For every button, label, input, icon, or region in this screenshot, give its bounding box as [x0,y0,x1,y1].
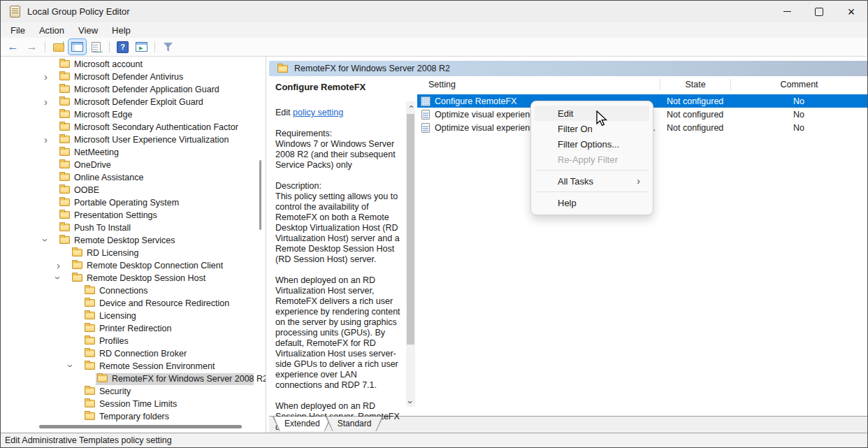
tree-node[interactable]: Connections [83,285,152,297]
menu-bar-item[interactable]: File [3,24,32,37]
tree-item[interactable]: Push To Install [1,222,266,234]
tree-chevron-icon[interactable] [44,71,58,82]
column-header-comment[interactable]: Comment [730,79,867,90]
tree-item[interactable]: Microsoft Defender Antivirus [1,71,266,83]
help-icon[interactable] [114,39,131,55]
tree-item[interactable]: Microsoft Edge [1,108,266,121]
scroll-down-icon[interactable] [406,397,415,407]
tree-item[interactable]: Security [1,385,266,398]
tree-item[interactable]: Temporary folders [1,410,266,423]
policy-setting-link[interactable]: policy setting [293,108,343,117]
tree-node[interactable]: RD Licensing [71,247,142,259]
context-menu-item[interactable]: Filter On [535,121,649,136]
tree-item[interactable]: Session Time Limits [1,398,266,410]
tree-node[interactable]: RD Connection Broker [83,348,190,360]
column-header-state[interactable]: State [660,79,730,90]
tree-node[interactable]: Printer Redirection [83,323,175,335]
tree-node[interactable]: NetMeeting [58,147,122,159]
tree-node[interactable]: Microsoft Defender Exploit Guard [58,96,207,108]
context-menu-item[interactable]: Filter Options... [535,136,649,152]
tree-chevron-icon[interactable] [44,235,58,246]
tree-chevron-icon[interactable] [44,134,58,145]
tree-item[interactable]: Licensing [1,310,266,322]
tree-item[interactable]: Device and Resource Redirection [1,297,266,310]
tree-item[interactable]: Printer Redirection [1,322,266,335]
tree-node[interactable]: OOBE [58,185,103,196]
description-scrollbar[interactable] [405,76,416,416]
context-menu-item[interactable]: Help [535,195,649,210]
show-console-tree-icon[interactable] [68,39,86,55]
context-menu-item[interactable]: Edit [535,106,649,121]
tree-item[interactable]: Remote Desktop Services [1,234,266,247]
view-tab[interactable]: Extended [273,417,332,431]
tree-item[interactable]: Profiles [1,335,266,347]
tree-node[interactable]: Push To Install [58,222,134,234]
tree-node[interactable]: Presentation Settings [58,210,161,222]
tree-item[interactable]: Presentation Settings [1,209,266,222]
tree-item[interactable]: Microsoft account [1,58,266,71]
tree-item[interactable]: Microsoft Defender Application Guard [1,83,266,96]
tree-chevron-icon[interactable] [57,273,71,284]
tree-item[interactable]: Connections [1,284,266,297]
show-window-icon[interactable] [133,39,150,55]
tree-node[interactable]: Remote Session Environment [83,361,218,373]
tree-chevron-icon[interactable] [57,260,71,271]
scrollbar-track[interactable] [406,101,415,407]
up-one-level-icon[interactable] [50,39,67,55]
scrollbar-thumb[interactable] [407,114,414,345]
menu-bar-item[interactable]: Help [105,24,138,37]
tree-item[interactable]: Remote Session Environment [1,360,266,373]
tree-item[interactable]: RD Licensing [1,247,266,259]
tree-item[interactable]: Microsoft Defender Exploit Guard [1,96,266,108]
menu-bar-item[interactable]: Action [32,24,71,37]
tree-node[interactable]: Online Assistance [58,172,147,184]
tree-item[interactable]: NetMeeting [1,146,266,159]
tree-item[interactable]: Remote Desktop Session Host [1,272,266,284]
tree-node[interactable]: Security [83,386,134,398]
tree-node[interactable]: Temporary folders [83,411,173,423]
tree-node[interactable]: Licensing [83,310,140,322]
tree-item[interactable]: Remote Desktop Connection Client [1,259,266,272]
forward-icon[interactable] [23,39,41,55]
tree-item[interactable]: Online Assistance [1,171,266,184]
tree-item[interactable]: OneDrive [1,159,266,171]
folder-icon [72,261,82,269]
filter-icon[interactable] [159,39,177,55]
back-icon[interactable] [4,39,22,55]
tree-vertical-scrollbar[interactable] [259,160,261,230]
tree-node[interactable]: Microsoft Edge [58,109,136,121]
tree-node[interactable]: Remote Desktop Services [58,235,179,247]
minimize-button[interactable] [771,1,803,22]
tree-item[interactable]: RemoteFX for Windows Server 2008 R2 [1,373,266,385]
export-list-icon[interactable] [87,39,105,55]
tree-node[interactable]: Device and Resource Redirection [83,298,233,310]
tree-node[interactable]: Session Time Limits [83,398,180,410]
scroll-up-icon[interactable] [406,101,415,111]
tree-node[interactable]: Microsoft Defender Application Guard [58,84,223,96]
tree-chevron-icon[interactable] [44,96,58,108]
close-button[interactable] [835,1,867,22]
tree-node[interactable]: Microsoft User Experience Virtualization [58,134,232,146]
tree-node[interactable]: Remote Desktop Session Host [71,273,209,284]
tree-item[interactable]: OOBE [1,184,266,196]
tree-node[interactable]: Microsoft Defender Antivirus [58,71,187,83]
tree-node[interactable]: Remote Desktop Connection Client [71,260,226,272]
column-header-setting[interactable]: Setting [417,80,660,89]
tree-chevron-icon[interactable] [69,361,83,372]
context-menu-item[interactable]: All Tasks [535,173,649,189]
tree-horizontal-scrollbar[interactable] [39,425,242,428]
maximize-button[interactable] [803,1,835,22]
tree-item[interactable]: Microsoft Secondary Authentication Facto… [1,121,266,133]
tree-item[interactable]: RD Connection Broker [1,347,266,360]
tree-node[interactable]: RemoteFX for Windows Server 2008 R2 [96,373,254,385]
folder-icon [85,349,95,357]
tree-node[interactable]: Portable Operating System [58,197,182,209]
view-tab[interactable]: Standard [326,417,384,431]
tree-node[interactable]: Profiles [83,335,132,347]
tree-node[interactable]: OneDrive [58,159,115,171]
tree-item[interactable]: Portable Operating System [1,196,266,209]
tree-item[interactable]: Microsoft User Experience Virtualization [1,133,266,146]
menu-bar-item[interactable]: View [71,24,105,37]
tree-node[interactable]: Microsoft account [58,59,146,71]
tree-node[interactable]: Microsoft Secondary Authentication Facto… [58,122,242,133]
